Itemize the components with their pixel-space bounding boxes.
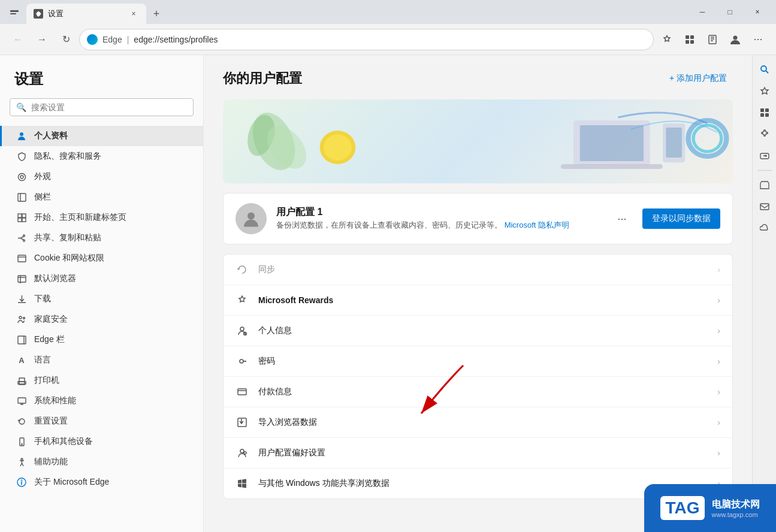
rewards-icon — [235, 294, 249, 307]
settings-more-icon[interactable]: ··· — [747, 29, 769, 50]
svg-point-7 — [733, 35, 738, 40]
profile-avatar — [235, 203, 267, 234]
family-nav-icon — [16, 314, 27, 325]
sidebar-item-family[interactable]: 家庭安全 — [0, 309, 203, 330]
sidebar-item-edgebar[interactable]: Edge 栏 — [0, 330, 203, 350]
sidebar-item-privacy[interactable]: 隐私、搜索和服务 — [0, 146, 203, 167]
sidebar-item-about[interactable]: 关于 Microsoft Edge — [0, 472, 203, 492]
menu-item-preferences[interactable]: 用户配置偏好设置 › — [224, 438, 732, 468]
browser-profile-icon[interactable] — [724, 29, 746, 50]
new-tab-button[interactable]: + — [146, 4, 167, 24]
svg-point-57 — [765, 155, 766, 156]
windows-share-label: 与其他 Windows 功能共享浏览数据 — [258, 478, 708, 489]
bs-collections-icon[interactable] — [755, 103, 774, 122]
sidebar-item-reset[interactable]: 重置设置 — [0, 411, 203, 431]
sidebar-nav-icon — [16, 192, 27, 202]
refresh-button[interactable]: ↻ — [55, 29, 77, 50]
settings-sidebar: 设置 🔍 个人资料 — [0, 55, 204, 532]
bs-office-icon[interactable] — [755, 176, 774, 195]
svg-rect-14 — [22, 214, 26, 217]
sync-chevron: › — [717, 265, 720, 274]
sidebar-item-phone[interactable]: 手机和其他设备 — [0, 431, 203, 452]
import-label: 导入浏览器数据 — [258, 417, 708, 428]
sidebar-label-family: 家庭安全 — [34, 314, 68, 325]
address-bar[interactable]: Edge | edge://settings/profiles — [79, 29, 654, 50]
start-nav-icon — [16, 212, 27, 223]
settings-title: 设置 — [0, 69, 203, 98]
tab-close-button[interactable]: × — [128, 8, 139, 19]
add-profile-label: + 添加用户配置 — [669, 73, 727, 84]
sidebar-item-accessibility[interactable]: 辅助功能 — [0, 452, 203, 472]
main-area: 设置 🔍 个人资料 — [0, 55, 776, 532]
bs-game-icon[interactable] — [755, 146, 774, 165]
address-edge-label: Edge — [102, 35, 122, 44]
bs-cloud-icon[interactable] — [755, 219, 774, 238]
sidebar-item-system[interactable]: 系统和性能 — [0, 391, 203, 411]
add-profile-button[interactable]: + 添加用户配置 — [663, 69, 733, 87]
sidebar-item-cookies[interactable]: Cookie 和网站权限 — [0, 248, 203, 268]
sidebar-item-share[interactable]: 共享、复制和粘贴 — [0, 228, 203, 248]
settings-nav: 个人资料 隐私、搜索和服务 外观 — [0, 126, 203, 492]
menu-item-import[interactable]: 导入浏览器数据 › — [224, 407, 732, 438]
bs-extensions-icon[interactable] — [755, 125, 774, 144]
sidebar-label-system: 系统和性能 — [34, 395, 76, 406]
cookies-nav-icon — [16, 253, 27, 264]
menu-item-rewards[interactable]: Microsoft Rewards › — [224, 285, 732, 316]
page-header: 你的用户配置 + 添加用户配置 — [223, 69, 733, 87]
search-input[interactable] — [31, 102, 187, 112]
menu-item-password[interactable]: 密码 › — [224, 346, 732, 377]
sidebar-item-profile[interactable]: 个人资料 — [0, 126, 203, 146]
toolbar-right: ··· — [656, 29, 769, 50]
bs-outlook-icon[interactable] — [755, 197, 774, 216]
sidebar-item-downloads[interactable]: 下载 — [0, 289, 203, 309]
privacy-nav-icon — [16, 151, 27, 162]
sidebar-item-sidebar[interactable]: 侧栏 — [0, 187, 203, 207]
active-tab[interactable]: 设置 × — [26, 4, 146, 24]
window-controls: ─ □ × — [689, 2, 771, 22]
svg-rect-53 — [765, 108, 769, 112]
sidebar-item-printer[interactable]: 打印机 — [0, 370, 203, 391]
svg-point-50 — [244, 452, 246, 454]
menu-section: 同步 › Microsoft Rewards › — [223, 254, 733, 499]
reading-list-icon[interactable] — [702, 29, 723, 50]
favorites-icon[interactable] — [656, 29, 678, 50]
minimize-button[interactable]: ─ — [689, 2, 716, 22]
svg-rect-35 — [580, 125, 644, 161]
tab-strip-icon[interactable] — [5, 4, 24, 24]
svg-point-8 — [20, 132, 23, 136]
system-nav-icon — [16, 395, 27, 406]
back-button[interactable]: ← — [7, 29, 29, 50]
password-icon — [235, 355, 249, 368]
sidebar-label-start: 开始、主页和新建标签页 — [34, 212, 126, 223]
close-button[interactable]: × — [744, 2, 771, 22]
bs-copilot-icon[interactable] — [755, 81, 774, 101]
sidebar-item-start[interactable]: 开始、主页和新建标签页 — [0, 207, 203, 228]
svg-point-10 — [20, 176, 23, 179]
svg-rect-45 — [238, 389, 246, 395]
privacy-link[interactable]: Microsoft 隐私声明 — [505, 220, 569, 229]
menu-item-sync[interactable]: 同步 › — [224, 255, 732, 285]
sync-icon — [235, 263, 249, 276]
page-title: 你的用户配置 — [223, 69, 302, 87]
svg-rect-1 — [10, 13, 16, 14]
sidebar-item-language[interactable]: A 语言 — [0, 350, 203, 370]
collections-icon[interactable] — [679, 29, 700, 50]
watermark-site-name: 电脑技术网 — [712, 498, 760, 511]
password-chevron: › — [717, 356, 720, 366]
sidebar-item-appearance[interactable]: 外观 — [0, 167, 203, 187]
svg-point-40 — [693, 125, 721, 152]
title-bar: 设置 × + ─ □ × — [0, 0, 776, 24]
svg-point-28 — [21, 458, 23, 460]
menu-item-payment[interactable]: 付款信息 › — [224, 377, 732, 407]
payment-icon — [235, 385, 249, 398]
svg-rect-58 — [760, 204, 769, 210]
sidebar-item-default[interactable]: 默认浏览器 — [0, 268, 203, 289]
bs-search-icon[interactable] — [755, 60, 774, 79]
rewards-label: Microsoft Rewards — [258, 295, 708, 305]
sign-in-button[interactable]: 登录以同步数据 — [642, 208, 720, 229]
profile-more-button[interactable]: ··· — [611, 208, 633, 229]
menu-item-personal-info[interactable]: 个人信息 › — [224, 316, 732, 346]
forward-button[interactable]: → — [31, 29, 53, 50]
maximize-button[interactable]: □ — [716, 2, 744, 22]
default-nav-icon — [16, 273, 27, 284]
